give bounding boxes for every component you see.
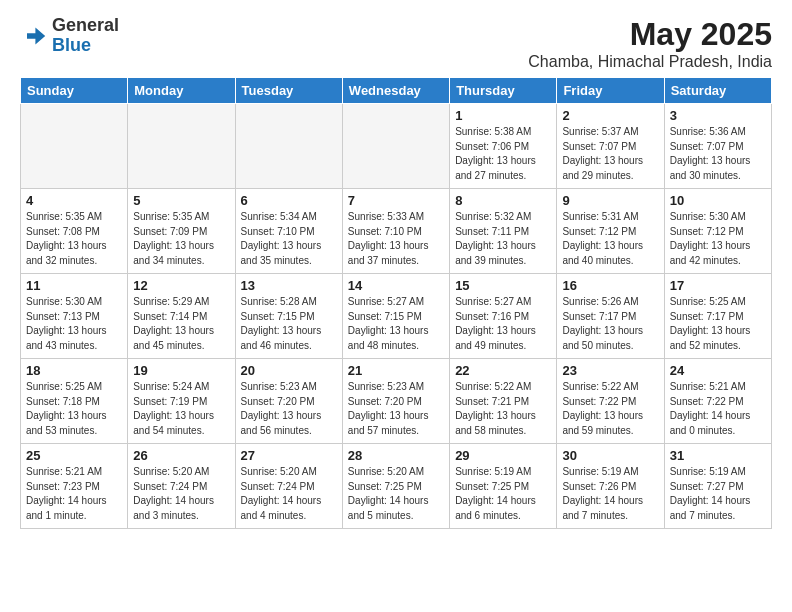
day-cell bbox=[21, 104, 128, 189]
day-cell: 18Sunrise: 5:25 AM Sunset: 7:18 PM Dayli… bbox=[21, 359, 128, 444]
day-cell: 1Sunrise: 5:38 AM Sunset: 7:06 PM Daylig… bbox=[450, 104, 557, 189]
day-info: Sunrise: 5:34 AM Sunset: 7:10 PM Dayligh… bbox=[241, 210, 337, 268]
day-info: Sunrise: 5:20 AM Sunset: 7:24 PM Dayligh… bbox=[133, 465, 229, 523]
day-info: Sunrise: 5:22 AM Sunset: 7:22 PM Dayligh… bbox=[562, 380, 658, 438]
day-info: Sunrise: 5:23 AM Sunset: 7:20 PM Dayligh… bbox=[348, 380, 444, 438]
day-cell: 30Sunrise: 5:19 AM Sunset: 7:26 PM Dayli… bbox=[557, 444, 664, 529]
day-number: 22 bbox=[455, 363, 551, 378]
day-info: Sunrise: 5:20 AM Sunset: 7:24 PM Dayligh… bbox=[241, 465, 337, 523]
title-area: May 2025 Chamba, Himachal Pradesh, India bbox=[528, 16, 772, 71]
day-number: 6 bbox=[241, 193, 337, 208]
week-row-4: 18Sunrise: 5:25 AM Sunset: 7:18 PM Dayli… bbox=[21, 359, 772, 444]
day-info: Sunrise: 5:25 AM Sunset: 7:17 PM Dayligh… bbox=[670, 295, 766, 353]
day-number: 23 bbox=[562, 363, 658, 378]
day-cell: 10Sunrise: 5:30 AM Sunset: 7:12 PM Dayli… bbox=[664, 189, 771, 274]
day-number: 29 bbox=[455, 448, 551, 463]
day-number: 31 bbox=[670, 448, 766, 463]
day-number: 19 bbox=[133, 363, 229, 378]
day-info: Sunrise: 5:21 AM Sunset: 7:22 PM Dayligh… bbox=[670, 380, 766, 438]
day-info: Sunrise: 5:35 AM Sunset: 7:09 PM Dayligh… bbox=[133, 210, 229, 268]
day-info: Sunrise: 5:32 AM Sunset: 7:11 PM Dayligh… bbox=[455, 210, 551, 268]
day-number: 21 bbox=[348, 363, 444, 378]
day-cell: 26Sunrise: 5:20 AM Sunset: 7:24 PM Dayli… bbox=[128, 444, 235, 529]
day-cell: 25Sunrise: 5:21 AM Sunset: 7:23 PM Dayli… bbox=[21, 444, 128, 529]
day-info: Sunrise: 5:26 AM Sunset: 7:17 PM Dayligh… bbox=[562, 295, 658, 353]
day-number: 10 bbox=[670, 193, 766, 208]
day-info: Sunrise: 5:20 AM Sunset: 7:25 PM Dayligh… bbox=[348, 465, 444, 523]
day-cell: 17Sunrise: 5:25 AM Sunset: 7:17 PM Dayli… bbox=[664, 274, 771, 359]
weekday-header-thursday: Thursday bbox=[450, 78, 557, 104]
day-cell: 16Sunrise: 5:26 AM Sunset: 7:17 PM Dayli… bbox=[557, 274, 664, 359]
weekday-header-sunday: Sunday bbox=[21, 78, 128, 104]
day-info: Sunrise: 5:25 AM Sunset: 7:18 PM Dayligh… bbox=[26, 380, 122, 438]
day-cell: 15Sunrise: 5:27 AM Sunset: 7:16 PM Dayli… bbox=[450, 274, 557, 359]
day-number: 27 bbox=[241, 448, 337, 463]
day-number: 30 bbox=[562, 448, 658, 463]
weekday-header-row: SundayMondayTuesdayWednesdayThursdayFrid… bbox=[21, 78, 772, 104]
day-cell bbox=[235, 104, 342, 189]
logo-text-blue: Blue bbox=[52, 36, 119, 56]
day-cell: 7Sunrise: 5:33 AM Sunset: 7:10 PM Daylig… bbox=[342, 189, 449, 274]
day-cell: 13Sunrise: 5:28 AM Sunset: 7:15 PM Dayli… bbox=[235, 274, 342, 359]
day-number: 3 bbox=[670, 108, 766, 123]
day-cell: 11Sunrise: 5:30 AM Sunset: 7:13 PM Dayli… bbox=[21, 274, 128, 359]
day-info: Sunrise: 5:22 AM Sunset: 7:21 PM Dayligh… bbox=[455, 380, 551, 438]
day-info: Sunrise: 5:33 AM Sunset: 7:10 PM Dayligh… bbox=[348, 210, 444, 268]
day-number: 28 bbox=[348, 448, 444, 463]
day-number: 13 bbox=[241, 278, 337, 293]
day-number: 7 bbox=[348, 193, 444, 208]
day-info: Sunrise: 5:27 AM Sunset: 7:16 PM Dayligh… bbox=[455, 295, 551, 353]
day-info: Sunrise: 5:31 AM Sunset: 7:12 PM Dayligh… bbox=[562, 210, 658, 268]
day-cell: 28Sunrise: 5:20 AM Sunset: 7:25 PM Dayli… bbox=[342, 444, 449, 529]
week-row-1: 1Sunrise: 5:38 AM Sunset: 7:06 PM Daylig… bbox=[21, 104, 772, 189]
day-info: Sunrise: 5:23 AM Sunset: 7:20 PM Dayligh… bbox=[241, 380, 337, 438]
day-cell: 20Sunrise: 5:23 AM Sunset: 7:20 PM Dayli… bbox=[235, 359, 342, 444]
day-cell: 19Sunrise: 5:24 AM Sunset: 7:19 PM Dayli… bbox=[128, 359, 235, 444]
day-info: Sunrise: 5:36 AM Sunset: 7:07 PM Dayligh… bbox=[670, 125, 766, 183]
day-cell bbox=[342, 104, 449, 189]
day-info: Sunrise: 5:37 AM Sunset: 7:07 PM Dayligh… bbox=[562, 125, 658, 183]
day-info: Sunrise: 5:27 AM Sunset: 7:15 PM Dayligh… bbox=[348, 295, 444, 353]
week-row-3: 11Sunrise: 5:30 AM Sunset: 7:13 PM Dayli… bbox=[21, 274, 772, 359]
weekday-header-saturday: Saturday bbox=[664, 78, 771, 104]
day-info: Sunrise: 5:28 AM Sunset: 7:15 PM Dayligh… bbox=[241, 295, 337, 353]
location-title: Chamba, Himachal Pradesh, India bbox=[528, 53, 772, 71]
day-number: 20 bbox=[241, 363, 337, 378]
week-row-5: 25Sunrise: 5:21 AM Sunset: 7:23 PM Dayli… bbox=[21, 444, 772, 529]
logo: General Blue bbox=[20, 16, 119, 56]
day-cell: 23Sunrise: 5:22 AM Sunset: 7:22 PM Dayli… bbox=[557, 359, 664, 444]
header: General Blue May 2025 Chamba, Himachal P… bbox=[20, 16, 772, 71]
weekday-header-tuesday: Tuesday bbox=[235, 78, 342, 104]
day-number: 15 bbox=[455, 278, 551, 293]
month-title: May 2025 bbox=[528, 16, 772, 53]
week-row-2: 4Sunrise: 5:35 AM Sunset: 7:08 PM Daylig… bbox=[21, 189, 772, 274]
day-number: 17 bbox=[670, 278, 766, 293]
day-info: Sunrise: 5:19 AM Sunset: 7:27 PM Dayligh… bbox=[670, 465, 766, 523]
day-cell: 8Sunrise: 5:32 AM Sunset: 7:11 PM Daylig… bbox=[450, 189, 557, 274]
day-number: 1 bbox=[455, 108, 551, 123]
day-cell: 31Sunrise: 5:19 AM Sunset: 7:27 PM Dayli… bbox=[664, 444, 771, 529]
day-number: 14 bbox=[348, 278, 444, 293]
day-cell: 21Sunrise: 5:23 AM Sunset: 7:20 PM Dayli… bbox=[342, 359, 449, 444]
calendar-table: SundayMondayTuesdayWednesdayThursdayFrid… bbox=[20, 77, 772, 529]
day-number: 26 bbox=[133, 448, 229, 463]
day-info: Sunrise: 5:21 AM Sunset: 7:23 PM Dayligh… bbox=[26, 465, 122, 523]
day-number: 24 bbox=[670, 363, 766, 378]
weekday-header-friday: Friday bbox=[557, 78, 664, 104]
day-info: Sunrise: 5:38 AM Sunset: 7:06 PM Dayligh… bbox=[455, 125, 551, 183]
day-cell: 2Sunrise: 5:37 AM Sunset: 7:07 PM Daylig… bbox=[557, 104, 664, 189]
day-info: Sunrise: 5:19 AM Sunset: 7:26 PM Dayligh… bbox=[562, 465, 658, 523]
weekday-header-monday: Monday bbox=[128, 78, 235, 104]
day-cell: 12Sunrise: 5:29 AM Sunset: 7:14 PM Dayli… bbox=[128, 274, 235, 359]
day-cell: 29Sunrise: 5:19 AM Sunset: 7:25 PM Dayli… bbox=[450, 444, 557, 529]
day-cell: 4Sunrise: 5:35 AM Sunset: 7:08 PM Daylig… bbox=[21, 189, 128, 274]
day-cell: 3Sunrise: 5:36 AM Sunset: 7:07 PM Daylig… bbox=[664, 104, 771, 189]
logo-icon bbox=[20, 22, 48, 50]
day-cell: 24Sunrise: 5:21 AM Sunset: 7:22 PM Dayli… bbox=[664, 359, 771, 444]
day-cell: 22Sunrise: 5:22 AM Sunset: 7:21 PM Dayli… bbox=[450, 359, 557, 444]
day-number: 9 bbox=[562, 193, 658, 208]
day-info: Sunrise: 5:24 AM Sunset: 7:19 PM Dayligh… bbox=[133, 380, 229, 438]
day-number: 18 bbox=[26, 363, 122, 378]
day-number: 2 bbox=[562, 108, 658, 123]
day-cell: 9Sunrise: 5:31 AM Sunset: 7:12 PM Daylig… bbox=[557, 189, 664, 274]
